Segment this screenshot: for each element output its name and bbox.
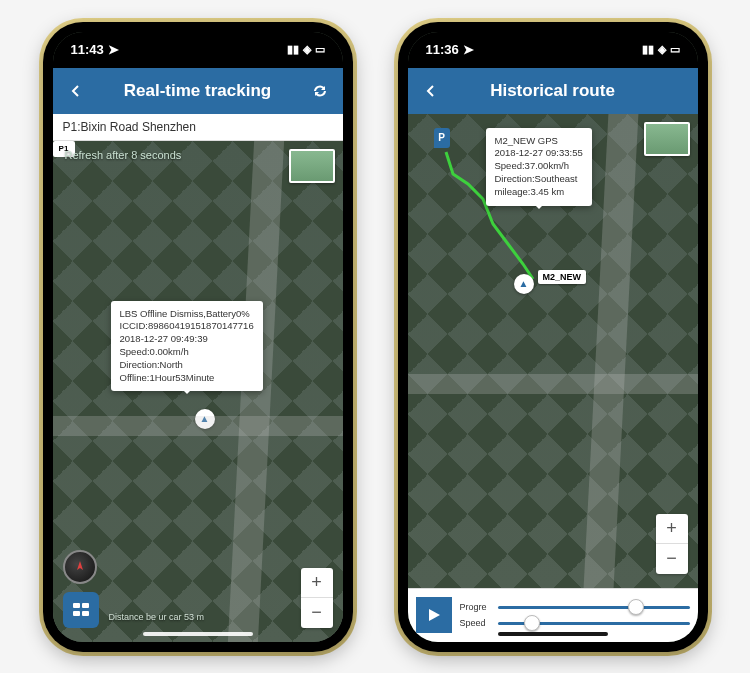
device-marker[interactable]: ▲ xyxy=(195,409,215,429)
page-title: Real-time tracking xyxy=(87,81,309,101)
progress-thumb[interactable] xyxy=(628,599,644,615)
screen-2: 11:36 ➤ ▮▮ ◈ ▭ Historical route P M2_ xyxy=(408,32,698,642)
app-header: Historical route xyxy=(408,68,698,114)
zoom-in-button[interactable]: + xyxy=(301,568,333,598)
status-time: 11:43 xyxy=(71,42,104,57)
speed-label: Speed xyxy=(460,618,494,628)
speed-slider[interactable] xyxy=(498,622,690,625)
svg-rect-1 xyxy=(82,603,89,608)
callout-line: LBS Offline Dismiss,Battery0% xyxy=(120,308,254,321)
status-time: 11:36 xyxy=(426,42,459,57)
wifi-icon: ◈ xyxy=(303,43,311,56)
app-header: Real-time tracking xyxy=(53,68,343,114)
header-spacer xyxy=(664,80,686,102)
device-marker[interactable]: ▲ xyxy=(514,274,534,294)
vehicles-button[interactable] xyxy=(63,592,99,628)
device-marker-label[interactable]: M2_NEW xyxy=(538,270,587,284)
refresh-countdown: Refresh after 8 seconds xyxy=(65,149,182,161)
location-icon: ➤ xyxy=(463,42,474,57)
callout-line: 2018-12-27 09:33:55 xyxy=(495,147,583,160)
svg-rect-2 xyxy=(73,611,80,616)
page-title: Historical route xyxy=(442,81,664,101)
progress-label: Progre xyxy=(460,602,494,612)
minimap-toggle[interactable] xyxy=(289,149,335,183)
back-button[interactable] xyxy=(420,80,442,102)
minimap-toggle[interactable] xyxy=(644,122,690,156)
parking-marker[interactable]: P xyxy=(434,128,450,148)
zoom-out-button[interactable]: − xyxy=(301,598,333,628)
notch xyxy=(483,32,623,56)
back-button[interactable] xyxy=(65,80,87,102)
svg-rect-0 xyxy=(73,603,80,608)
phone-mockup-2: 11:36 ➤ ▮▮ ◈ ▭ Historical route P M2_ xyxy=(398,22,708,652)
zoom-out-button[interactable]: − xyxy=(656,544,688,574)
signal-icon: ▮▮ xyxy=(287,43,299,56)
device-callout[interactable]: M2_NEW GPS 2018-12-27 09:33:55 Speed:37.… xyxy=(486,128,592,206)
wifi-icon: ◈ xyxy=(658,43,666,56)
callout-line: ICCID:89860419151870147716 xyxy=(120,320,254,333)
zoom-control: + − xyxy=(656,514,688,574)
signal-icon: ▮▮ xyxy=(642,43,654,56)
phone-mockup-1: 11:43 ➤ ▮▮ ◈ ▭ Real-time tracking P1:Bix… xyxy=(43,22,353,652)
callout-line: Direction:Southeast xyxy=(495,173,583,186)
callout-line: Offline:1Hour53Minute xyxy=(120,372,254,385)
callout-line: mileage:3.45 km xyxy=(495,186,583,199)
callout-line: 2018-12-27 09:49:39 xyxy=(120,333,254,346)
battery-icon: ▭ xyxy=(315,43,325,56)
callout-line: Speed:37.00km/h xyxy=(495,160,583,173)
compass-button[interactable] xyxy=(63,550,97,584)
callout-line: Direction:North xyxy=(120,359,254,372)
device-callout[interactable]: LBS Offline Dismiss,Battery0% ICCID:8986… xyxy=(111,301,263,392)
zoom-control: + − xyxy=(301,568,333,628)
address-bar: P1:Bixin Road Shenzhen xyxy=(53,114,343,141)
speed-thumb[interactable] xyxy=(524,615,540,631)
refresh-button[interactable] xyxy=(309,80,331,102)
battery-icon: ▭ xyxy=(670,43,680,56)
callout-line: M2_NEW GPS xyxy=(495,135,583,148)
map-view[interactable]: P M2_NEW GPS 2018-12-27 09:33:55 Speed:3… xyxy=(408,114,698,588)
distance-label: Distance be ur car 53 m xyxy=(109,612,205,622)
callout-line: Speed:0.00km/h xyxy=(120,346,254,359)
zoom-in-button[interactable]: + xyxy=(656,514,688,544)
home-indicator[interactable] xyxy=(143,632,253,636)
home-indicator[interactable] xyxy=(498,632,608,636)
map-view[interactable]: Refresh after 8 seconds LBS Offline Dism… xyxy=(53,141,343,642)
screen-1: 11:43 ➤ ▮▮ ◈ ▭ Real-time tracking P1:Bix… xyxy=(53,32,343,642)
svg-rect-3 xyxy=(82,611,89,616)
progress-slider[interactable] xyxy=(498,606,690,609)
notch xyxy=(128,32,268,56)
play-button[interactable] xyxy=(416,597,452,633)
location-icon: ➤ xyxy=(108,42,119,57)
